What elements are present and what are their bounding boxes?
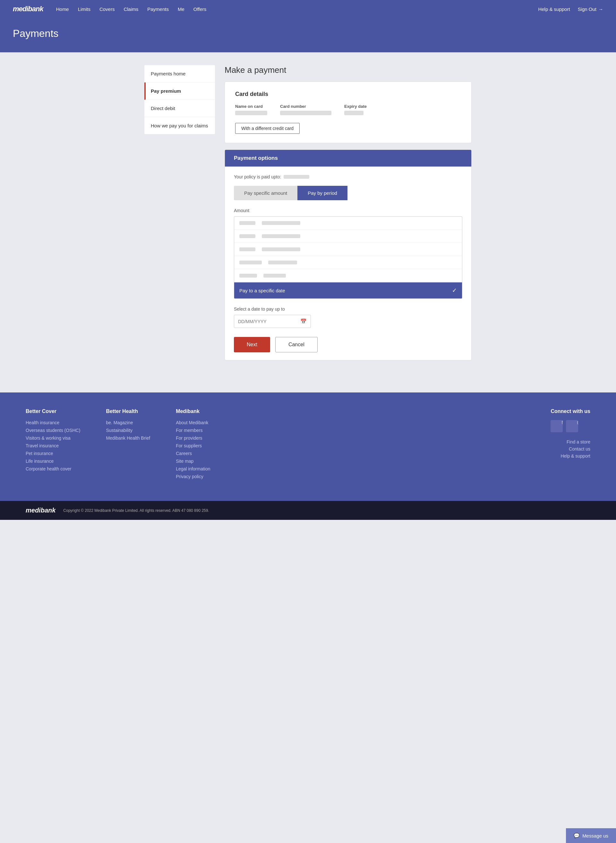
footer-link-members[interactable]: For members: [176, 428, 210, 433]
card-expiry-label: Expiry date: [344, 104, 367, 109]
footer-link-suppliers[interactable]: For suppliers: [176, 443, 210, 448]
nav-help[interactable]: Help & support: [538, 6, 570, 12]
amount-1-desc: [262, 221, 300, 225]
footer-col4-heading: Connect with us: [550, 408, 590, 414]
footer-link-providers[interactable]: For providers: [176, 435, 210, 441]
sidebar-item-pay-premium[interactable]: Pay premium: [144, 82, 215, 100]
footer-col-connect: Connect with us f t Find a store Contact…: [550, 408, 590, 482]
footer-link-legal[interactable]: Legal information: [176, 466, 210, 471]
amount-list: Pay to a specific date ✓: [234, 216, 462, 299]
calendar-icon[interactable]: 📅: [300, 318, 307, 325]
sidebar-item-direct-debit[interactable]: Direct debit: [144, 100, 215, 117]
nav-payments[interactable]: Payments: [147, 6, 169, 12]
card-fields: Name on card Card number Expiry date: [235, 104, 461, 116]
footer-contact-us[interactable]: Contact us: [550, 446, 590, 451]
footer-col1-heading: Better Cover: [26, 408, 80, 414]
card-field-expiry: Expiry date: [344, 104, 367, 116]
amount-label: Amount: [234, 208, 462, 213]
card-field-name: Name on card: [235, 104, 267, 116]
bottom-logo: medibank: [26, 507, 56, 514]
footer-link-visitors[interactable]: Visitors & working visa: [26, 435, 80, 441]
content-wrapper: Payments home Pay premium Direct debit H…: [0, 52, 616, 380]
nav-links: Home Limits Covers Claims Payments Me Of…: [56, 6, 538, 12]
amount-item-4[interactable]: [234, 256, 462, 269]
footer-col-medibank: Medibank About Medibank For members For …: [176, 408, 210, 482]
footer-link-health-brief[interactable]: Medibank Health Brief: [106, 435, 150, 441]
diff-card-button[interactable]: With a different credit card: [235, 123, 300, 134]
footer-link-magazine[interactable]: be. Magazine: [106, 420, 150, 425]
toggle-specific-amount[interactable]: Pay specific amount: [234, 186, 298, 200]
amount-1-value: [239, 221, 255, 225]
facebook-icon[interactable]: f: [550, 420, 563, 432]
card-number-label: Card number: [280, 104, 331, 109]
nav-claims[interactable]: Claims: [123, 6, 138, 12]
date-input[interactable]: [238, 319, 300, 324]
footer-link-about[interactable]: About Medibank: [176, 420, 210, 425]
toggle-group: Pay specific amount Pay by period: [234, 186, 462, 200]
footer: Better Cover Health insurance Overseas s…: [0, 392, 616, 501]
nav-logo: medibank: [13, 5, 43, 13]
policy-paid-upto: Your policy is paid upto:: [234, 174, 462, 179]
date-section-label: Select a date to pay up to: [234, 307, 462, 311]
footer-link-life[interactable]: Life insurance: [26, 458, 80, 464]
footer-find-store[interactable]: Find a store: [550, 439, 590, 445]
amount-3-desc: [262, 247, 300, 251]
footer-link-sitemap[interactable]: Site map: [176, 458, 210, 464]
amount-item-specific-date[interactable]: Pay to a specific date ✓: [234, 282, 462, 298]
card-field-number: Card number: [280, 104, 331, 116]
social-icons: f t: [550, 420, 590, 434]
nav-signout[interactable]: Sign Out →: [578, 6, 603, 12]
nav-home[interactable]: Home: [56, 6, 69, 12]
content-inner: Payments home Pay premium Direct debit H…: [132, 65, 484, 367]
footer-help-support[interactable]: Help & support: [550, 454, 590, 458]
nav-limits[interactable]: Limits: [78, 6, 91, 12]
amount-item-1[interactable]: [234, 217, 462, 230]
amount-item-3[interactable]: [234, 243, 462, 256]
footer-link-sustainability[interactable]: Sustainability: [106, 428, 150, 433]
footer-link-oshc[interactable]: Overseas students (OSHC): [26, 428, 80, 433]
bottom-copyright: Copyright © 2022 Medibank Private Limite…: [63, 508, 590, 513]
payment-options-box: Payment options Your policy is paid upto…: [224, 150, 472, 360]
card-name-value: [235, 111, 267, 115]
bottom-bar: medibank Copyright © 2022 Medibank Priva…: [0, 501, 616, 520]
payment-options-header: Payment options: [225, 150, 471, 166]
footer-col-better-health: Better Health be. Magazine Sustainabilit…: [106, 408, 150, 482]
date-section: Select a date to pay up to 📅: [234, 307, 462, 328]
nav-me[interactable]: Me: [178, 6, 185, 12]
twitter-icon[interactable]: t: [566, 420, 578, 432]
footer-link-pet[interactable]: Pet insurance: [26, 451, 80, 456]
amount-2-desc: [262, 234, 300, 238]
card-expiry-value: [344, 111, 364, 115]
footer-link-careers[interactable]: Careers: [176, 451, 210, 456]
amount-item-2[interactable]: [234, 230, 462, 243]
toggle-by-period[interactable]: Pay by period: [298, 186, 348, 200]
action-buttons: Next Cancel: [234, 337, 462, 352]
sidebar-item-how-we-pay[interactable]: How we pay you for claims: [144, 117, 215, 134]
cancel-button[interactable]: Cancel: [275, 337, 318, 352]
page-header: Payments: [0, 18, 616, 52]
amount-2-value: [239, 234, 255, 238]
amount-3-value: [239, 247, 255, 251]
footer-col2-heading: Better Health: [106, 408, 150, 414]
amount-4-value: [239, 261, 262, 264]
footer-col3-heading: Medibank: [176, 408, 210, 414]
footer-link-travel[interactable]: Travel insurance: [26, 443, 80, 448]
card-name-label: Name on card: [235, 104, 267, 109]
footer-top: Better Cover Health insurance Overseas s…: [26, 408, 590, 482]
card-details-heading: Card details: [235, 91, 461, 98]
sidebar: Payments home Pay premium Direct debit H…: [144, 65, 215, 134]
make-payment-heading: Make a payment: [224, 65, 472, 75]
sidebar-item-payments-home[interactable]: Payments home: [144, 65, 215, 82]
amount-item-5[interactable]: [234, 269, 462, 282]
footer-link-corporate[interactable]: Corporate health cover: [26, 466, 80, 471]
nav-offers[interactable]: Offers: [194, 6, 207, 12]
nav-covers[interactable]: Covers: [100, 6, 115, 12]
page-title: Payments: [13, 28, 603, 40]
amount-4-desc: [268, 261, 297, 264]
signout-icon: →: [598, 6, 603, 12]
footer-link-health-insurance[interactable]: Health insurance: [26, 420, 80, 425]
next-button[interactable]: Next: [234, 337, 270, 352]
payment-options-body: Your policy is paid upto: Pay specific a…: [225, 166, 471, 360]
check-icon: ✓: [452, 287, 457, 294]
footer-link-privacy[interactable]: Privacy policy: [176, 474, 210, 479]
